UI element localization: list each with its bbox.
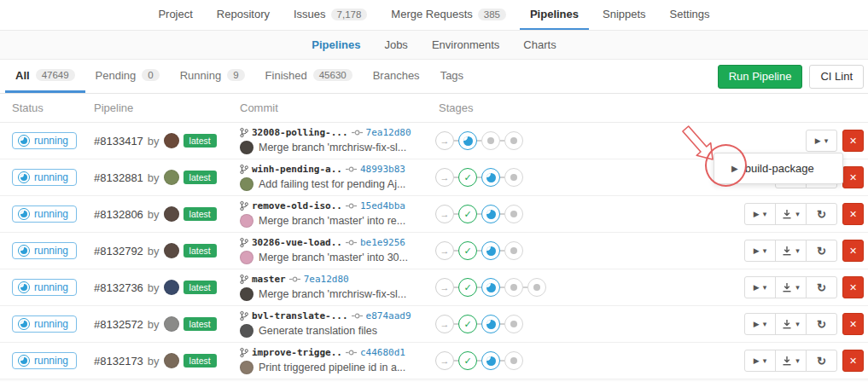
stage-created-icon[interactable]: [504, 168, 523, 187]
stage-created-icon[interactable]: [504, 315, 523, 333]
stage-skipped-icon[interactable]: →: [435, 278, 454, 297]
play-jobs-dropdown-button[interactable]: ▶▾: [744, 276, 776, 298]
commit-sha-link[interactable]: 48993b83: [360, 164, 405, 175]
branch-link[interactable]: bvl-translate-...: [252, 310, 348, 321]
top-nav-item-settings[interactable]: Settings: [660, 0, 720, 30]
stage-skipped-icon[interactable]: →: [435, 351, 454, 370]
download-artifacts-dropdown-button[interactable]: ▾: [775, 313, 807, 335]
commit-sha-link[interactable]: be1e9256: [360, 237, 405, 248]
ci-lint-button[interactable]: CI Lint: [809, 65, 864, 89]
cancel-pipeline-button[interactable]: ✕: [842, 130, 864, 152]
stage-success-icon[interactable]: ✓: [458, 205, 477, 223]
cancel-pipeline-button[interactable]: ✕: [842, 276, 864, 298]
top-nav-item-pipelines[interactable]: Pipelines: [520, 0, 589, 30]
play-jobs-dropdown-button[interactable]: ▶▾: [744, 313, 776, 335]
download-artifacts-dropdown-button[interactable]: ▾: [775, 240, 807, 262]
play-jobs-dropdown-button[interactable]: ▶▾: [744, 240, 776, 262]
stage-created-icon[interactable]: [504, 131, 523, 150]
stage-success-icon[interactable]: ✓: [458, 168, 477, 187]
stage-running-icon[interactable]: [481, 315, 500, 333]
commit-message-link[interactable]: Add failing test for pending Aj...: [259, 178, 405, 190]
pipeline-id-link[interactable]: #8132792: [94, 245, 143, 258]
retry-pipeline-button[interactable]: ↻: [806, 276, 837, 298]
stage-running-icon[interactable]: [481, 168, 500, 187]
download-artifacts-dropdown-button[interactable]: ▾: [775, 350, 807, 372]
status-badge[interactable]: running: [12, 242, 77, 259]
commit-author-avatar[interactable]: [240, 251, 253, 264]
retry-pipeline-button[interactable]: ↻: [806, 313, 837, 335]
status-badge[interactable]: running: [12, 205, 77, 223]
top-nav-item-repository[interactable]: Repository: [207, 0, 280, 30]
top-nav-item-issues[interactable]: Issues 7,178: [283, 0, 377, 30]
status-badge[interactable]: running: [12, 315, 77, 333]
pipeline-id-link[interactable]: #8132736: [94, 281, 143, 294]
user-avatar[interactable]: [164, 280, 179, 295]
commit-sha-link[interactable]: 7ea12d80: [304, 274, 349, 285]
user-avatar[interactable]: [164, 316, 179, 332]
tab-item-running[interactable]: Running 9: [170, 60, 255, 93]
stage-created-icon[interactable]: [527, 278, 546, 297]
stage-created-icon[interactable]: [504, 278, 523, 297]
stage-running-icon[interactable]: [481, 205, 500, 223]
sub-nav-item-environments[interactable]: Environments: [423, 38, 508, 51]
branch-link[interactable]: winh-pending-a..: [252, 164, 342, 175]
retry-pipeline-button[interactable]: ↻: [806, 240, 837, 262]
commit-author-avatar[interactable]: [240, 324, 253, 338]
sub-nav-item-pipelines[interactable]: Pipelines: [303, 38, 369, 51]
commit-author-avatar[interactable]: [240, 177, 253, 191]
stage-running-icon[interactable]: [481, 278, 500, 297]
retry-pipeline-button[interactable]: ↻: [806, 203, 837, 225]
commit-message-link[interactable]: Generate translation files: [259, 325, 377, 337]
tab-item-branches[interactable]: Branches: [363, 60, 430, 93]
play-jobs-dropdown-button[interactable]: ▶▾: [744, 203, 776, 225]
user-avatar[interactable]: [164, 170, 179, 185]
commit-message-link[interactable]: Merge branch 'mrchrisw-fix-sl...: [259, 142, 406, 153]
branch-link[interactable]: 32008-polling-...: [252, 127, 348, 138]
retry-pipeline-button[interactable]: ↻: [806, 350, 837, 372]
status-badge[interactable]: running: [12, 352, 77, 369]
cancel-pipeline-button[interactable]: ✕: [842, 240, 864, 262]
tab-item-pending[interactable]: Pending 0: [85, 60, 170, 93]
tab-item-finished[interactable]: Finished 45630: [255, 60, 363, 93]
dropdown-item-build-package[interactable]: ▶ build-package: [714, 157, 842, 180]
commit-sha-link[interactable]: 7ea12d80: [366, 127, 411, 138]
cancel-pipeline-button[interactable]: ✕: [842, 350, 864, 372]
stage-skipped-icon[interactable]: →: [435, 241, 454, 260]
branch-link[interactable]: 30286-vue-load..: [252, 237, 342, 248]
user-avatar[interactable]: [164, 243, 179, 258]
run-pipeline-button[interactable]: Run Pipeline: [718, 65, 803, 89]
stage-success-icon[interactable]: ✓: [458, 241, 477, 260]
stage-created-icon[interactable]: [481, 131, 500, 150]
commit-author-avatar[interactable]: [240, 361, 253, 374]
commit-sha-link[interactable]: 15ed4bba: [360, 200, 405, 211]
stage-skipped-icon[interactable]: →: [435, 168, 454, 187]
stage-running-icon[interactable]: [481, 351, 500, 370]
commit-author-avatar[interactable]: [240, 141, 253, 154]
sub-nav-item-charts[interactable]: Charts: [515, 38, 564, 51]
download-artifacts-dropdown-button[interactable]: ▾: [775, 203, 807, 225]
stage-skipped-icon[interactable]: →: [435, 205, 454, 223]
status-badge[interactable]: running: [12, 132, 77, 149]
cancel-pipeline-button[interactable]: ✕: [842, 203, 864, 225]
stage-success-icon[interactable]: ✓: [458, 315, 477, 333]
stage-skipped-icon[interactable]: →: [435, 315, 454, 333]
pipeline-id-link[interactable]: #8132572: [94, 318, 143, 331]
commit-message-link[interactable]: Merge branch 'master' into 30...: [259, 252, 408, 263]
user-avatar[interactable]: [164, 353, 179, 368]
branch-link[interactable]: remove-old-iso..: [252, 200, 342, 211]
commit-author-avatar[interactable]: [240, 214, 253, 228]
tab-item-tags[interactable]: Tags: [430, 60, 474, 93]
commit-sha-link[interactable]: c44680d1: [360, 347, 405, 358]
pipeline-id-link[interactable]: #8132806: [94, 208, 143, 221]
top-nav-item-snippets[interactable]: Snippets: [592, 0, 656, 30]
commit-message-link[interactable]: Print triggered pipeline id in a...: [259, 362, 405, 373]
status-badge[interactable]: running: [12, 169, 77, 186]
stage-running-icon[interactable]: [458, 131, 477, 150]
play-jobs-dropdown-button[interactable]: ▶▾: [806, 130, 837, 152]
commit-message-link[interactable]: Merge branch 'mrchrisw-fix-sl...: [259, 288, 406, 300]
commit-message-link[interactable]: Merge branch 'master' into re...: [259, 215, 405, 227]
user-avatar[interactable]: [164, 133, 179, 148]
pipeline-id-link[interactable]: #8133417: [94, 135, 143, 148]
sub-nav-item-jobs[interactable]: Jobs: [376, 38, 416, 51]
top-nav-item-merge-requests[interactable]: Merge Requests 385: [381, 0, 516, 30]
